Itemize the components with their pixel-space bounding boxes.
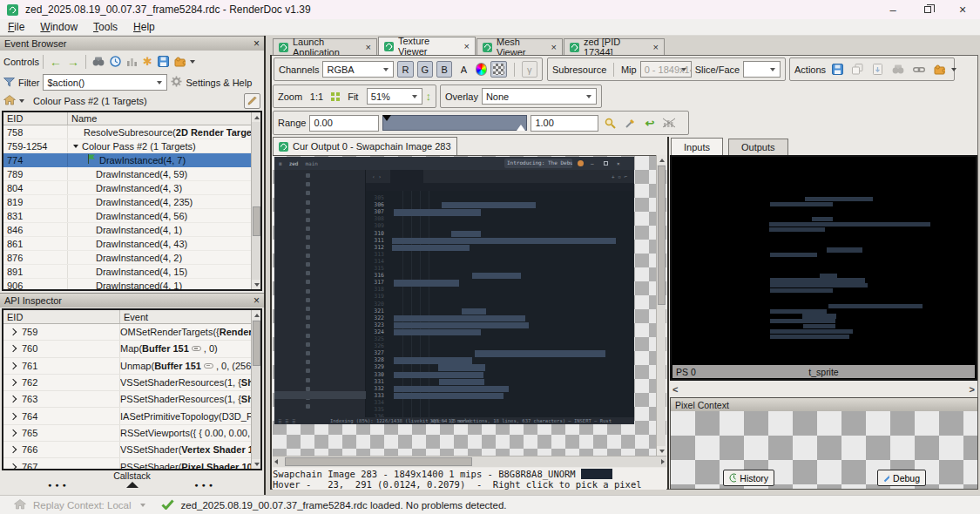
event-row-846[interactable]: 846DrawInstanced(4, 1) bbox=[3, 223, 260, 237]
viewport-hscrollbar[interactable] bbox=[273, 456, 666, 467]
tab-outputs[interactable]: Outputs bbox=[728, 139, 788, 155]
settings-help-link[interactable]: Settings & Help bbox=[186, 78, 252, 88]
expand-up-icon[interactable] bbox=[126, 482, 139, 488]
tab-launch-application[interactable]: Launch Application × bbox=[273, 38, 377, 55]
mip-select[interactable]: 0 - 1849x1400 bbox=[640, 61, 692, 78]
close-button[interactable]: × bbox=[945, 0, 980, 19]
zoom-1-1-button[interactable]: 1:1 bbox=[306, 88, 328, 105]
find-event-icon[interactable] bbox=[92, 57, 105, 66]
tab-current-output[interactable]: Cur Output 0 - Swapchain Image 283 bbox=[273, 137, 457, 155]
api-row-760[interactable]: 760Map( Buffer 151 , 0) bbox=[3, 341, 260, 357]
api-row-766[interactable]: 766VSSetShader( Vertex Shader 103 bbox=[3, 442, 260, 458]
tab-inputs[interactable]: Inputs bbox=[671, 138, 723, 155]
debug-button[interactable]: Debug bbox=[877, 470, 926, 486]
copy-icon[interactable] bbox=[852, 64, 863, 75]
expand-chevron-icon[interactable] bbox=[10, 328, 17, 335]
close-icon[interactable]: × bbox=[653, 42, 659, 52]
blue-channel-button[interactable]: B bbox=[436, 61, 452, 78]
close-icon[interactable]: × bbox=[253, 37, 260, 50]
api-row-761[interactable]: 761Unmap( Buffer 151 , 0, (256 b bbox=[3, 358, 260, 375]
close-icon[interactable]: × bbox=[366, 42, 371, 52]
expand-chevron-icon[interactable] bbox=[10, 396, 17, 402]
step-forward-icon[interactable]: → bbox=[67, 55, 79, 69]
flip-y-icon[interactable]: ↕ bbox=[426, 90, 432, 103]
expand-caret-icon[interactable] bbox=[73, 145, 78, 148]
api-row-762[interactable]: 762VSSetShaderResources(1, { Shad bbox=[3, 375, 260, 391]
step-back-icon[interactable]: ← bbox=[50, 55, 62, 69]
resource-link-icon[interactable] bbox=[913, 65, 925, 74]
fit-button[interactable]: Fit bbox=[343, 88, 363, 105]
export-events-icon[interactable] bbox=[158, 56, 169, 67]
expand-chevron-icon[interactable] bbox=[10, 362, 17, 369]
autofit-range-icon[interactable] bbox=[605, 118, 616, 129]
expand-chevron-icon[interactable] bbox=[10, 345, 17, 352]
event-row-831[interactable]: 831DrawInstanced(4, 56) bbox=[3, 209, 260, 223]
range-white-point-handle[interactable] bbox=[517, 125, 525, 131]
slice-face-select[interactable] bbox=[743, 61, 781, 78]
expand-chevron-icon[interactable] bbox=[10, 446, 17, 453]
viewport-vscrollbar[interactable] bbox=[656, 155, 666, 456]
gamma-button[interactable]: γ bbox=[522, 61, 537, 78]
edit-bookmarks-button[interactable] bbox=[244, 93, 260, 109]
range-black-point-handle[interactable] bbox=[382, 115, 391, 121]
event-row-758[interactable]: 758ResolveSubresource( 2D Render Target … bbox=[3, 125, 260, 139]
thumbnail-scroll-row[interactable]: < > bbox=[670, 383, 977, 395]
range-min-input[interactable]: 0.00 bbox=[309, 115, 379, 132]
event-row-876[interactable]: 876DrawInstanced(4, 2) bbox=[3, 251, 260, 265]
scroll-right-icon[interactable]: > bbox=[970, 384, 975, 395]
api-row-763[interactable]: 763PSSetShaderResources(1, { Shad bbox=[3, 391, 260, 408]
api-row-767[interactable]: 767PSSetShader( Pixel Shader 104 bbox=[3, 458, 260, 470]
tab-texture-viewer[interactable]: Texture Viewer × bbox=[378, 37, 476, 55]
replay-context-label[interactable]: Replay Context: Local bbox=[33, 500, 132, 511]
extensions-icon[interactable] bbox=[934, 64, 945, 75]
zoom-select[interactable]: 51% bbox=[367, 88, 422, 105]
menu-help[interactable]: Help bbox=[125, 21, 163, 33]
filter-combo[interactable]: $action() bbox=[43, 74, 167, 91]
channels-select[interactable]: RGBA bbox=[322, 61, 394, 78]
stats-icon[interactable] bbox=[126, 57, 138, 66]
callstack-bar[interactable]: Callstack ●●● ●●● bbox=[0, 470, 264, 491]
histogram-icon[interactable] bbox=[663, 118, 675, 128]
column-eid[interactable]: EID bbox=[3, 310, 120, 323]
event-row-759-1254[interactable]: 759-1254Colour Pass #2 (1 Targets) bbox=[3, 139, 260, 153]
event-row-804[interactable]: 804DrawInstanced(4, 3) bbox=[3, 181, 260, 195]
event-row-819[interactable]: 819DrawInstanced(4, 235) bbox=[3, 195, 260, 209]
expand-chevron-icon[interactable] bbox=[10, 463, 17, 470]
home-icon[interactable] bbox=[3, 93, 16, 109]
api-inspector-header[interactable]: API Inspector × bbox=[0, 293, 264, 308]
scroll-left-icon[interactable]: < bbox=[672, 384, 678, 395]
minimize-button[interactable]: – bbox=[875, 0, 910, 19]
expand-chevron-icon[interactable] bbox=[10, 379, 17, 386]
range-max-input[interactable]: 1.00 bbox=[531, 115, 598, 132]
event-table-scrollbar[interactable] bbox=[251, 112, 260, 289]
event-browser-header[interactable]: Event Browser × bbox=[0, 36, 264, 51]
chevron-down-icon[interactable] bbox=[140, 504, 145, 507]
chevron-down-icon[interactable] bbox=[190, 60, 195, 64]
menu-tools[interactable]: Tools bbox=[85, 21, 125, 33]
event-row-861[interactable]: 861DrawInstanced(4, 43) bbox=[3, 237, 260, 251]
red-channel-button[interactable]: R bbox=[397, 61, 413, 78]
menu-file[interactable]: File bbox=[0, 21, 32, 33]
tab-mesh-viewer[interactable]: Mesh Viewer × bbox=[476, 38, 563, 55]
color-wheel-icon[interactable] bbox=[476, 63, 488, 76]
expand-chevron-icon[interactable] bbox=[10, 429, 17, 436]
event-row-906[interactable]: 906DrawInstanced(4, 1) bbox=[3, 279, 260, 291]
event-row-891[interactable]: 891DrawInstanced(4, 15) bbox=[3, 265, 260, 279]
history-button[interactable]: History bbox=[723, 470, 774, 486]
event-row-774[interactable]: 774DrawInstanced(4, 7) bbox=[3, 153, 260, 167]
overlay-select[interactable]: None bbox=[482, 88, 597, 105]
bookmark-icon[interactable]: ✱ bbox=[143, 55, 152, 68]
column-event[interactable]: Event bbox=[120, 310, 260, 323]
api-table-scrollbar[interactable] bbox=[251, 310, 260, 469]
filter-settings-gear-icon[interactable] bbox=[171, 75, 182, 91]
alpha-channel-button[interactable]: A bbox=[456, 61, 471, 78]
event-row-789[interactable]: 789DrawInstanced(4, 59) bbox=[3, 167, 260, 181]
api-row-764[interactable]: 764IASetPrimitiveTopology(D3D_P... bbox=[3, 408, 260, 424]
pixel-context-view[interactable] bbox=[671, 411, 977, 489]
close-icon[interactable]: × bbox=[464, 41, 470, 51]
green-channel-button[interactable]: G bbox=[417, 61, 433, 78]
goto-location-icon[interactable] bbox=[892, 64, 904, 74]
chevron-down-icon[interactable] bbox=[19, 99, 24, 103]
background-checker-button[interactable] bbox=[490, 61, 506, 78]
api-row-759[interactable]: 759OMSetRenderTargets({ Render T bbox=[3, 324, 260, 341]
